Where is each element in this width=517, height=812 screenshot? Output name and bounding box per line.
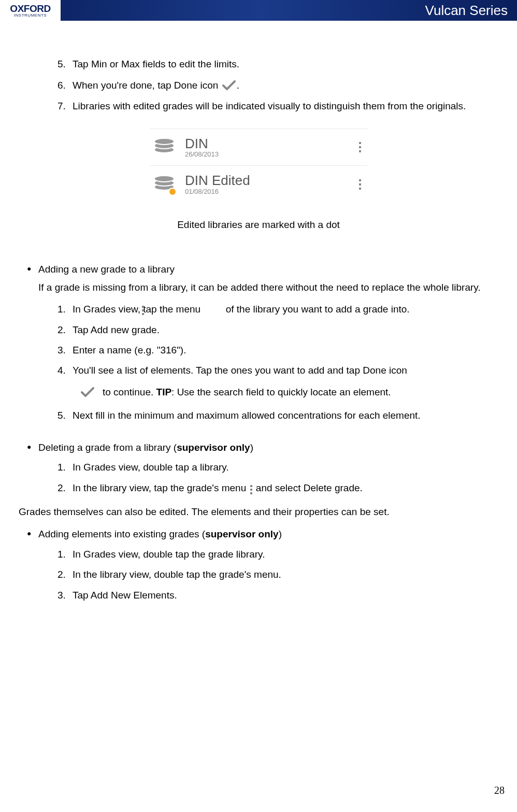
page-content: Tap Min or Max fields to edit the limits… xyxy=(0,21,517,603)
add-el-step-2: In the library view, double tap the grad… xyxy=(68,567,505,582)
delete-grade-title: Deleting a grade from a library (supervi… xyxy=(38,440,505,455)
tip-label: TIP xyxy=(156,387,172,397)
add-el-step-3: Tap Add New Elements. xyxy=(68,588,505,603)
grades-edit-intro: Grades themselves can also be edited. Th… xyxy=(19,505,505,520)
library-date: 26/08/2013 xyxy=(185,151,357,158)
add-elements-steps: In Grades view, double tap the grade lib… xyxy=(38,547,505,603)
bullet-delete-grade: Deleting a grade from a library (supervi… xyxy=(38,440,505,495)
title-a: Adding elements into existing grades ( xyxy=(38,529,205,539)
edited-indicator-dot xyxy=(168,188,177,196)
step-text: Tap Add new grade. xyxy=(73,324,160,335)
add-elements-title: Adding elements into existing grades (su… xyxy=(38,526,505,542)
tip-text: to continue. TIP: Use the search field t… xyxy=(103,384,391,400)
tip-text-a: to continue. xyxy=(103,387,156,397)
logo-main-text: OXFORD xyxy=(10,4,50,13)
figure-caption: Edited libraries are marked with a dot xyxy=(150,219,367,231)
add-grade-step-4: You'll see a list of elements. Tap the o… xyxy=(68,363,505,400)
add-el-step-1: In Grades view, double tap the grade lib… xyxy=(68,547,505,562)
logo: OXFORD INSTRUMENTS xyxy=(0,0,61,21)
add-grade-step-2: Tap Add new grade. xyxy=(68,322,505,337)
step-text: Enter a name (e.g. "316"). xyxy=(73,345,186,355)
step-6-text-b: . xyxy=(237,80,239,91)
steps-continued: Tap Min or Max fields to edit the limits… xyxy=(12,57,505,114)
library-name: DIN xyxy=(185,136,357,151)
add-grade-step-5: Next fill in the minimum and maximum all… xyxy=(68,408,505,423)
step-text-b: and select Delete grade. xyxy=(256,482,363,493)
title-a: Deleting a grade from a library ( xyxy=(38,442,177,453)
step-text: Tap Add New Elements. xyxy=(73,590,177,601)
step-text: Next fill in the minimum and maximum all… xyxy=(73,410,421,421)
step-7: Libraries with edited grades will be ind… xyxy=(68,99,505,114)
kebab-menu-icon xyxy=(142,306,144,315)
step-7-text: Libraries with edited grades will be ind… xyxy=(73,101,466,111)
header-title: Vulcan Series xyxy=(425,3,508,19)
header-bar: OXFORD INSTRUMENTS Vulcan Series xyxy=(0,0,517,21)
delete-step-2: In the library view, tap the grade's men… xyxy=(68,480,505,495)
library-info: DIN Edited 01/08/2016 xyxy=(185,173,357,195)
step-text: of the library you want to add a grade i… xyxy=(226,304,410,315)
step-6: When you're done, tap Done icon . xyxy=(68,78,505,93)
library-name: DIN Edited xyxy=(185,173,357,188)
kebab-menu-icon xyxy=(250,485,252,494)
bullet-list: Adding a new grade to a library If a gra… xyxy=(12,262,505,495)
step-5: Tap Min or Max fields to edit the limits… xyxy=(68,57,505,72)
step-text: You'll see a list of elements. Tap the o… xyxy=(73,365,407,376)
database-icon-edited xyxy=(154,174,175,195)
step-text-a: In the library view, tap the grade's men… xyxy=(73,482,246,493)
tip-row: to continue. TIP: Use the search field t… xyxy=(80,384,505,400)
checkmark-icon xyxy=(81,387,94,397)
add-grade-title: Adding a new grade to a library xyxy=(38,262,505,277)
logo-sub-text: INSTRUMENTS xyxy=(14,13,47,18)
add-grade-steps: In Grades view, tap the menu of the libr… xyxy=(38,302,505,423)
tip-text-b: : Use the search field to quickly locate… xyxy=(171,387,391,397)
bullet-list-2: Adding elements into existing grades (su… xyxy=(12,526,505,603)
delete-step-1: In Grades view, double tap a library. xyxy=(68,460,505,475)
title-b: ) xyxy=(279,529,282,539)
page-number: 28 xyxy=(494,785,505,796)
database-icon xyxy=(154,137,175,158)
title-bold: supervisor only xyxy=(177,442,250,453)
add-grade-intro: If a grade is missing from a library, it… xyxy=(38,280,505,295)
step-6-text-a: When you're done, tap Done icon xyxy=(73,80,218,91)
step-5-text: Tap Min or Max fields to edit the limits… xyxy=(73,59,239,69)
bullet-add-grade: Adding a new grade to a library If a gra… xyxy=(38,262,505,428)
library-row-din-edited: DIN Edited 01/08/2016 xyxy=(150,165,367,203)
checkmark-icon xyxy=(222,80,236,91)
library-info: DIN 26/08/2013 xyxy=(185,136,357,159)
library-date: 01/08/2016 xyxy=(185,188,357,195)
kebab-menu-icon[interactable] xyxy=(357,140,363,154)
title-b: ) xyxy=(250,442,253,453)
library-list-figure: DIN 26/08/2013 DIN Edited 01/08/2016 Edi… xyxy=(150,129,367,231)
library-row-din: DIN 26/08/2013 xyxy=(150,129,367,166)
step-text: In the library view, double tap the grad… xyxy=(73,569,281,580)
step-text: In Grades view, tap the menu xyxy=(73,304,200,315)
step-text: In Grades view, double tap a library. xyxy=(73,462,229,473)
add-grade-step-3: Enter a name (e.g. "316"). xyxy=(68,343,505,358)
step-text: In Grades view, double tap the grade lib… xyxy=(73,549,265,560)
kebab-menu-icon[interactable] xyxy=(357,177,363,192)
add-grade-step-1: In Grades view, tap the menu of the libr… xyxy=(68,302,505,317)
delete-grade-steps: In Grades view, double tap a library. In… xyxy=(38,460,505,495)
bullet-add-elements: Adding elements into existing grades (su… xyxy=(38,526,505,603)
title-bold: supervisor only xyxy=(205,529,279,539)
